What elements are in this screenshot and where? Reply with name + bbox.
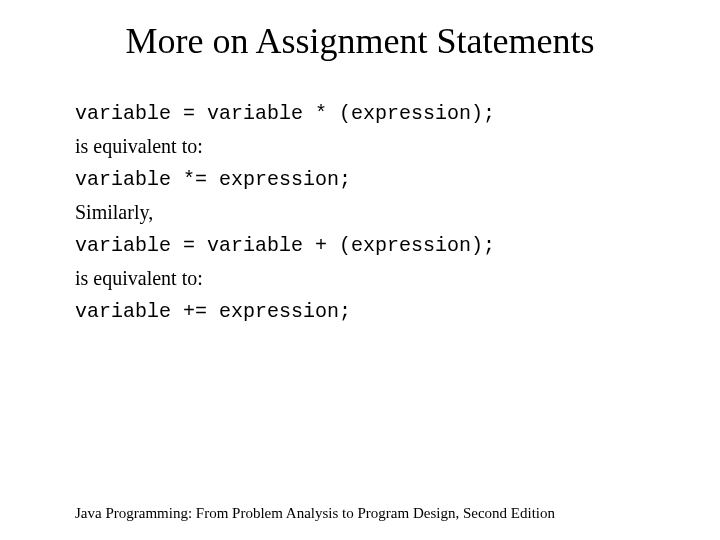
code-line-2: variable *= expression; (75, 168, 645, 191)
text-similarly: Similarly, (75, 201, 645, 224)
text-equivalent-1: is equivalent to: (75, 135, 645, 158)
code-line-4: variable += expression; (75, 300, 645, 323)
slide: More on Assignment Statements variable =… (0, 0, 720, 540)
code-line-1: variable = variable * (expression); (75, 102, 645, 125)
footer-text: Java Programming: From Problem Analysis … (75, 505, 555, 522)
code-line-3: variable = variable + (expression); (75, 234, 645, 257)
page-title: More on Assignment Statements (75, 20, 645, 62)
text-equivalent-2: is equivalent to: (75, 267, 645, 290)
